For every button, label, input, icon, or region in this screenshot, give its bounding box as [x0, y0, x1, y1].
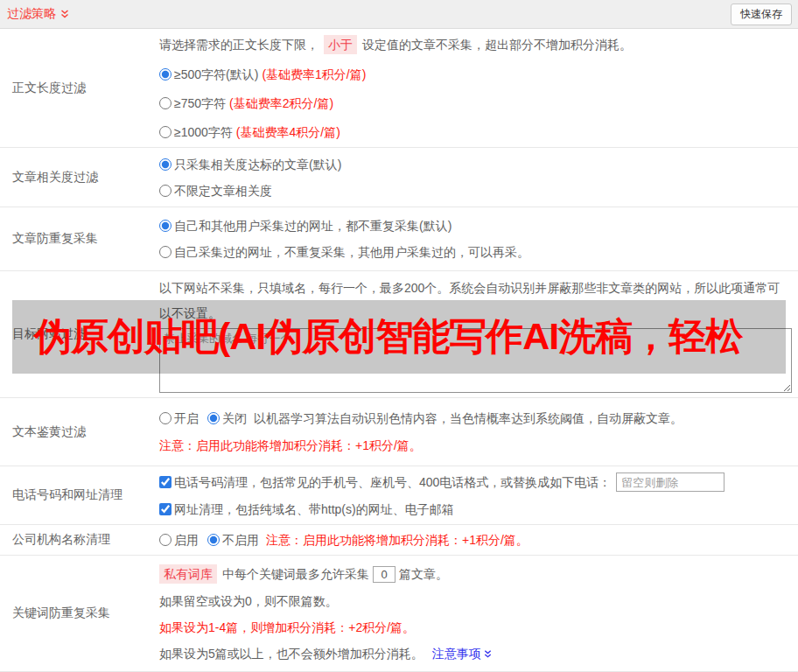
- checkbox-url-clean[interactable]: 网址清理，包括纯域名、带http(s)的网址、电子邮箱: [159, 500, 791, 518]
- row-target-site-filter: 目标网站过滤 以下网站不采集，只填域名，每行一个，最多200个。系统会自动识别并…: [0, 271, 798, 398]
- keyword-note-5plus: 如果设为5篇或以上，也不会额外增加积分消耗。: [159, 645, 424, 662]
- radio-length-500-input[interactable]: [159, 68, 172, 80]
- private-thesaurus-tag: 私有词库: [159, 564, 217, 584]
- section-label-target-site: 目标网站过滤: [0, 271, 147, 397]
- checkbox-phone-clean-input[interactable]: [159, 476, 172, 488]
- lt-highlight: 小于: [324, 35, 357, 54]
- section-label-dedup: 文章防重复采集: [0, 207, 147, 270]
- row-content-length-filter: 正文长度过滤 请选择需求的正文长度下限， 小于 设定值的文章不采集，超出部分不增…: [0, 29, 798, 148]
- fee-note: (基础费率2积分/篇): [229, 94, 333, 112]
- radio-relevance-strict-input[interactable]: [159, 158, 172, 171]
- filter-strategy-page: 过滤策略 快速保存 正文长度过滤 请选择需求的正文长度下限， 小于 设定值的文章…: [0, 0, 798, 672]
- row-keyword-dedup: 关键词防重复采集 私有词库 中每个关键词最多允许采集 篇文章。 如果留空或设为0…: [0, 556, 798, 672]
- section-label-company: 公司机构名称清理: [0, 525, 147, 555]
- radio-porn-on[interactable]: 开启: [159, 410, 199, 427]
- row-porn-filter: 文本鉴黄过滤 开启 关闭 以机器学习算法自动识别色情内容，当色情概率达到系统阈值…: [0, 398, 798, 466]
- blocked-domains-textarea[interactable]: [159, 328, 792, 393]
- keyword-max-count-input[interactable]: [373, 566, 396, 583]
- radio-relevance-any-input[interactable]: [159, 185, 172, 197]
- checkbox-url-clean-input[interactable]: [159, 503, 172, 515]
- radio-length-750[interactable]: ≥750字符 (基础费率2积分/篇): [159, 94, 791, 112]
- filter-strategy-toggle[interactable]: 过滤策略: [7, 6, 70, 22]
- radio-company-on[interactable]: 启用: [159, 531, 199, 549]
- section-label-keyword-dedup: 关键词防重复采集: [0, 556, 147, 671]
- replacement-phone-input[interactable]: [616, 472, 724, 492]
- radio-porn-on-input[interactable]: [159, 412, 172, 424]
- chevron-double-down-icon: [60, 9, 70, 19]
- radio-dedup-all-users-input[interactable]: [159, 220, 172, 232]
- radio-dedup-self-only-input[interactable]: [159, 246, 172, 258]
- section-label-porn-filter: 文本鉴黄过滤: [0, 398, 147, 466]
- row-relevance-filter: 文章相关度过滤 只采集相关度达标的文章(默认) 不限定文章相关度: [0, 148, 798, 207]
- radio-length-1000-input[interactable]: [159, 126, 172, 138]
- radio-dedup-all-users[interactable]: 自己和其他用户采集过的网址，都不重复采集(默认): [159, 217, 791, 234]
- page-title: 过滤策略: [7, 6, 56, 22]
- quick-save-button[interactable]: 快速保存: [731, 4, 792, 25]
- checkbox-phone-clean[interactable]: 电话号码清理，包括常见的手机号、座机号、400电话格式，或替换成如下电话：: [159, 473, 611, 491]
- row-company-name-clean: 公司机构名称清理 启用 不启用 注意：启用此功能将增加积分消耗：+1积分/篇。: [0, 525, 798, 556]
- porn-filter-desc: 以机器学习算法自动识别色情内容，当色情概率达到系统阈值，自动屏蔽文章。: [254, 410, 682, 427]
- company-clean-note: 注意：启用此功能将增加积分消耗：+1积分/篇。: [266, 531, 528, 549]
- radio-length-750-input[interactable]: [159, 97, 172, 109]
- row-dedup-collect: 文章防重复采集 自己和其他用户采集过的网址，都不重复采集(默认) 自己采集过的网…: [0, 207, 798, 271]
- radio-relevance-strict[interactable]: 只采集相关度达标的文章(默认): [159, 156, 791, 173]
- keyword-note-zero: 如果留空或设为0，则不限篇数。: [159, 592, 791, 610]
- section-label-relevance: 文章相关度过滤: [0, 148, 147, 206]
- radio-porn-off-input[interactable]: [207, 412, 220, 424]
- radio-company-off[interactable]: 不启用: [207, 531, 259, 549]
- notice-link[interactable]: 注意事项: [432, 645, 493, 662]
- keyword-note-1-4: 如果设为1-4篇，则增加积分消耗：+2积分/篇。: [159, 619, 791, 636]
- radio-relevance-any[interactable]: 不限定文章相关度: [159, 182, 791, 200]
- header-bar: 过滤策略 快速保存: [0, 0, 798, 29]
- porn-filter-note: 注意：启用此功能将增加积分消耗：+1积分/篇。: [159, 437, 791, 454]
- chevron-double-down-icon: [483, 649, 493, 659]
- target-site-intro: 以下网站不采集，只填域名，每行一个，最多200个。系统会自动识别并屏蔽那些非文章…: [159, 276, 792, 326]
- radio-company-on-input[interactable]: [159, 534, 172, 546]
- section-label-content-length: 正文长度过滤: [0, 29, 147, 147]
- fee-note: (基础费率1积分/篇): [262, 66, 366, 83]
- radio-company-off-input[interactable]: [207, 534, 220, 546]
- content-length-intro: 请选择需求的正文长度下限， 小于 设定值的文章不采集，超出部分不增加积分消耗。: [159, 35, 791, 54]
- radio-dedup-self-only[interactable]: 自己采集过的网址，不重复采集，其他用户采集过的，可以再采。: [159, 243, 791, 261]
- section-label-phone-url: 电话号码和网址清理: [0, 466, 147, 524]
- radio-porn-off[interactable]: 关闭: [207, 410, 247, 427]
- radio-length-500[interactable]: ≥500字符(默认) (基础费率1积分/篇): [159, 66, 791, 83]
- radio-length-1000[interactable]: ≥1000字符 (基础费率4积分/篇): [159, 123, 791, 141]
- row-phone-url-clean: 电话号码和网址清理 电话号码清理，包括常见的手机号、座机号、400电话格式，或替…: [0, 466, 798, 525]
- fee-note: (基础费率4积分/篇): [236, 123, 340, 141]
